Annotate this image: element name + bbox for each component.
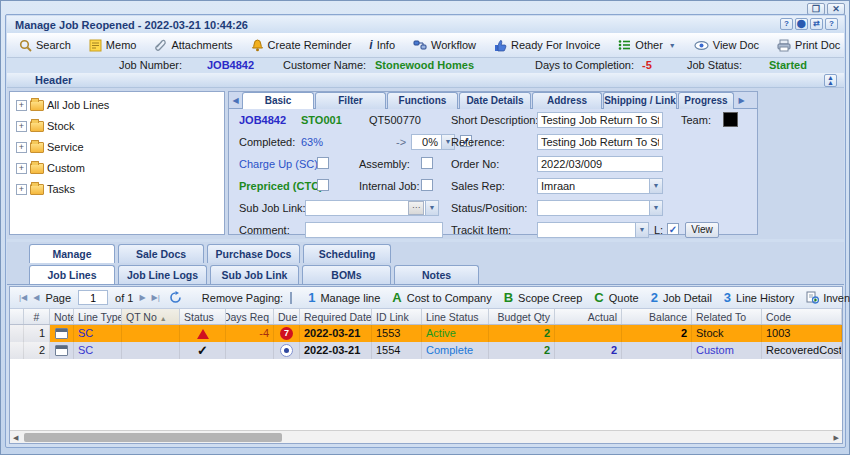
reference-input[interactable] <box>537 134 663 150</box>
chevron-down-icon[interactable]: ▼ <box>649 201 662 215</box>
job-detail-action[interactable]: Job Detail <box>663 292 712 304</box>
view-button[interactable]: View <box>685 222 719 238</box>
order-no-input[interactable] <box>537 156 663 172</box>
scroll-left-icon[interactable]: ◀ <box>13 434 18 442</box>
page-input[interactable] <box>78 290 108 305</box>
expand-icon[interactable]: + <box>16 142 27 153</box>
tab-basic[interactable]: Basic <box>242 92 314 109</box>
tree-item-stock[interactable]: + Stock <box>16 118 75 134</box>
expand-icon[interactable]: + <box>16 121 27 132</box>
col-required-date[interactable]: Required Date <box>300 309 372 324</box>
note-icon[interactable] <box>55 345 68 356</box>
workflow-button[interactable]: Workflow <box>407 37 482 53</box>
tab-date-details[interactable]: Date Details <box>459 92 531 109</box>
chevron-down-icon[interactable]: ▼ <box>425 201 438 215</box>
short-description-input[interactable] <box>537 112 663 128</box>
remove-paging-checkbox[interactable] <box>290 292 292 304</box>
col-actual[interactable]: Actual <box>555 309 622 324</box>
col-line-status[interactable]: Line Status <box>422 309 489 324</box>
tab-filter[interactable]: Filter <box>315 92 386 109</box>
internal-job-checkbox[interactable] <box>421 179 433 191</box>
tab-functions[interactable]: Functions <box>387 92 458 109</box>
col-code[interactable]: Code <box>762 309 842 324</box>
tree-item-all-job-lines[interactable]: + All Job Lines <box>16 97 109 113</box>
col-qt-no[interactable]: QT No▲ <box>122 309 180 324</box>
note-icon[interactable] <box>55 328 68 339</box>
sales-rep-select[interactable]: Imraan ▼ <box>537 178 663 194</box>
col-related-to[interactable]: Related To <box>692 309 762 324</box>
memo-button[interactable]: Memo <box>83 37 143 54</box>
create-reminder-button[interactable]: Create Reminder <box>245 37 358 54</box>
col-id-link[interactable]: ID Link <box>372 309 422 324</box>
prev-page-icon[interactable]: ◀ <box>30 293 42 302</box>
l-checkbox[interactable]: ✓ <box>667 223 679 235</box>
comment-input[interactable] <box>305 222 443 238</box>
subtab-job-lines[interactable]: Job Lines <box>29 265 115 284</box>
subtab-boms[interactable]: BOMs <box>302 265 391 284</box>
inventory-overview-action[interactable]: Inventory Overview <box>823 292 850 304</box>
tab-address[interactable]: Address <box>532 92 602 109</box>
line-history-action[interactable]: Line History <box>736 292 794 304</box>
scroll-right-icon[interactable]: ▶ <box>834 434 839 442</box>
status-position-select[interactable]: ▼ <box>537 200 663 216</box>
collapse-header-icon[interactable]: ▲▲ <box>824 74 837 87</box>
assembly-checkbox[interactable] <box>421 157 433 169</box>
tab-shipping-link[interactable]: Shipping / Link <box>603 92 677 109</box>
col-status[interactable]: Status <box>180 309 226 324</box>
attachments-button[interactable]: Attachments <box>148 37 238 54</box>
tab-purchase-docs[interactable]: Purchase Docs <box>207 244 300 263</box>
print-doc-button[interactable]: Print Doc <box>771 37 846 54</box>
help2-icon[interactable]: ? <box>825 18 838 30</box>
col-due[interactable]: Due <box>274 309 300 324</box>
refresh-icon[interactable]: ⇄ <box>810 18 823 30</box>
sub-job-link-input[interactable]: ⋯ ▼ <box>305 200 439 216</box>
tab-scroll-right-icon[interactable]: ▶ <box>735 92 748 109</box>
quote-action[interactable]: Quote <box>609 292 639 304</box>
tree-item-custom[interactable]: + Custom <box>16 160 85 176</box>
tab-scroll-left-icon[interactable]: ◀ <box>229 92 242 109</box>
tab-progress[interactable]: Progress <box>678 92 734 109</box>
ready-for-invoice-button[interactable]: Ready For Invoice <box>488 37 606 54</box>
last-page-icon[interactable]: ▶| <box>149 293 163 302</box>
charge-up-checkbox[interactable] <box>317 157 329 169</box>
trackit-item-select[interactable]: ▼ <box>537 222 649 238</box>
percent-select[interactable]: 0% ▼ <box>411 134 455 150</box>
other-button[interactable]: Other ▼ <box>612 37 681 53</box>
manage-line-action[interactable]: Manage line <box>320 292 380 304</box>
prepriced-checkbox[interactable] <box>317 179 329 191</box>
tab-manage[interactable]: Manage <box>29 244 115 263</box>
tab-sale-docs[interactable]: Sale Docs <box>118 244 204 263</box>
chevron-down-icon[interactable]: ▼ <box>649 179 662 193</box>
col-budget-qty[interactable]: Budget Qty <box>489 309 555 324</box>
expand-icon[interactable]: + <box>16 163 27 174</box>
ellipsis-browse-icon[interactable]: ⋯ <box>408 201 424 215</box>
first-page-icon[interactable]: |◀ <box>16 293 30 302</box>
refresh-grid-icon[interactable] <box>169 291 182 304</box>
col-days-req[interactable]: Days Req <box>226 309 274 324</box>
cost-to-company-action[interactable]: Cost to Company <box>407 292 492 304</box>
col-line-type[interactable]: Line Type <box>74 309 122 324</box>
col-notes[interactable]: Notes <box>50 309 74 324</box>
tree-item-tasks[interactable]: + Tasks <box>16 181 75 197</box>
search-button[interactable]: Search <box>13 37 77 54</box>
table-row-1[interactable]: 1 SC -4 7 2022-03-21 1553 Active 2 2 Sto… <box>10 325 842 342</box>
col-balance[interactable]: Balance <box>622 309 692 324</box>
scrollbar-thumb[interactable] <box>24 433 282 442</box>
next-page-icon[interactable]: ▶ <box>136 293 148 302</box>
view-doc-button[interactable]: View Doc <box>688 37 765 53</box>
subtab-job-line-logs[interactable]: Job Line Logs <box>118 265 207 284</box>
team-color-swatch[interactable] <box>723 112 738 127</box>
subtab-sub-job-link[interactable]: Sub Job Link <box>210 265 299 284</box>
help-icon[interactable]: ? <box>780 18 793 30</box>
tree-item-service[interactable]: + Service <box>16 139 84 155</box>
horizontal-scrollbar[interactable]: ◀ ▶ <box>10 430 842 443</box>
settings-gear-icon[interactable]: ⬤ <box>795 18 808 30</box>
expand-icon[interactable]: + <box>16 184 27 195</box>
table-row-2[interactable]: 2 SC ✓ 2022-03-21 1554 Complete 2 2 Cust… <box>10 342 842 359</box>
subtab-notes[interactable]: Notes <box>394 265 479 284</box>
chevron-down-icon[interactable]: ▼ <box>635 223 648 237</box>
scope-creep-action[interactable]: Scope Creep <box>518 292 582 304</box>
expand-icon[interactable]: + <box>16 100 27 111</box>
tab-scheduling[interactable]: Scheduling <box>303 244 391 263</box>
col-number[interactable]: # <box>24 309 50 324</box>
